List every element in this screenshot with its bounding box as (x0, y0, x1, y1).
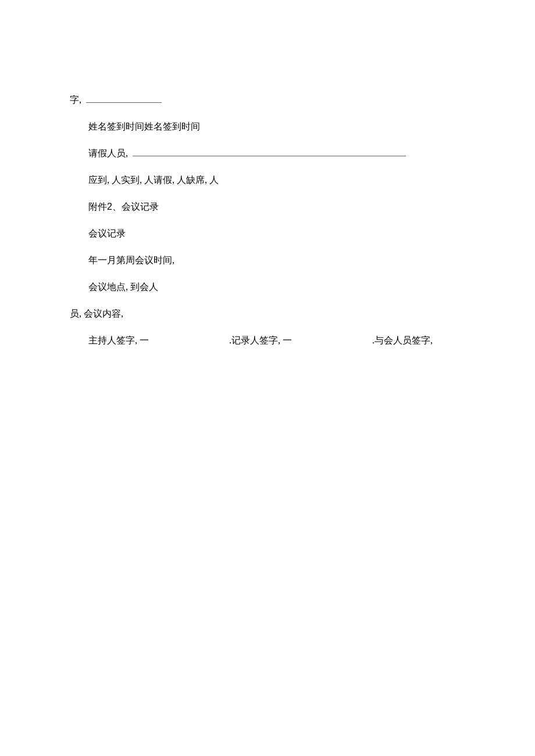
sig-attendee: 与会人员签字, (374, 334, 433, 347)
blank-line-short (86, 97, 162, 103)
text-absent-prefix: 请假人员, (88, 148, 128, 158)
sig-host: 主持人签字, 一 . (88, 334, 231, 347)
line-meeting-record: 会议记录 (70, 227, 465, 241)
text-meeting-record: 会议记录 (88, 228, 126, 238)
text-meeting-content: 员, 会议内容, (70, 309, 123, 318)
line-signature-prefix: 字, (70, 93, 465, 107)
text-name-signin: 姓名签到时间姓名签到时间 (88, 121, 200, 131)
line-meeting-place: 会议地点, 到会人 (70, 280, 465, 294)
line-meeting-time: 年一月第周会议时间, (70, 253, 465, 267)
text-attendance: 应到, 人实到, 人请假, 人缺席, 人 (88, 175, 219, 185)
text-meeting-place: 会议地点, 到会人 (88, 282, 158, 292)
text-attachment-b: 、会议记录 (112, 202, 159, 212)
text-sig-recorder: 记录人签字, 一 (231, 335, 292, 345)
text-attachment-a: 附件 (88, 202, 107, 212)
text-sig-host: 主持人签字, 一 (88, 335, 149, 345)
text-zi: 字, (70, 95, 81, 105)
sig-recorder: 记录人签字, 一 . (231, 334, 374, 347)
line-absent-person: 请假人员, (70, 146, 465, 160)
blank-line-long (133, 151, 406, 156)
line-name-signin: 姓名签到时间姓名签到时间 (70, 120, 465, 134)
text-meeting-time: 年一月第周会议时间, (88, 255, 174, 265)
text-sig-attendee: 与会人员签字, (374, 335, 433, 345)
line-signatures: 主持人签字, 一 . 记录人签字, 一 . 与会人员签字, (70, 334, 465, 347)
line-attachment: 附件2、会议记录 (70, 200, 465, 214)
line-meeting-content: 员, 会议内容, (70, 307, 465, 321)
line-attendance-count: 应到, 人实到, 人请假, 人缺席, 人 (70, 173, 465, 187)
text-num2: 2 (107, 202, 112, 212)
